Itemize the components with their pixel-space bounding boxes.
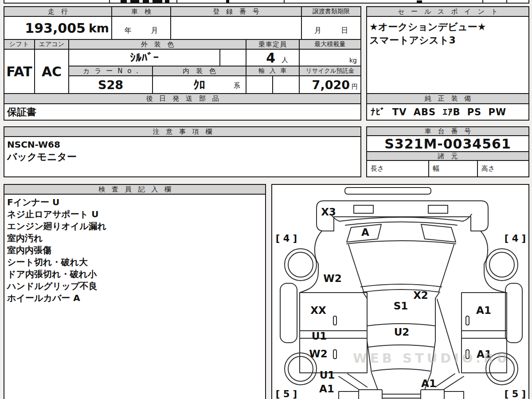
rear-taper-right2 bbox=[435, 374, 455, 387]
body-edge-left bbox=[300, 231, 322, 293]
color-no-text: S28 bbox=[98, 78, 123, 92]
import-header: 輸 入 車 bbox=[246, 66, 300, 76]
inspector-notes-header: 検 査 員 記 入 欄 bbox=[4, 185, 265, 195]
quarter-window-right-shape bbox=[421, 224, 456, 242]
cab-side-right bbox=[439, 245, 454, 291]
later-parts-header: 後 日 発 送 部 品 bbox=[4, 94, 360, 104]
spec-width-label: 幅 bbox=[433, 164, 439, 173]
rear-taper-left2 bbox=[348, 374, 367, 387]
door-handle-left-lower bbox=[333, 350, 336, 359]
capacity-unit: 人 bbox=[282, 56, 288, 64]
damage-label-x2: X2 bbox=[413, 289, 428, 301]
damage-label-a1-rear-left: A1 bbox=[319, 383, 334, 395]
damage-label-a1-rear-center: A1 bbox=[421, 378, 436, 389]
genuine-equipment-text: ﾅﾋﾞ TV ABS ｴｱB PS PW bbox=[371, 107, 506, 117]
wheel-front-left-inner bbox=[288, 252, 313, 277]
tire-grade-rear-right: [ 5 ] bbox=[505, 389, 526, 399]
genuine-equipment-value: ﾅﾋﾞ TV ABS ｴｱB PS PW bbox=[367, 104, 528, 120]
capacity-value-cell: 4 人 bbox=[246, 50, 300, 66]
wheel-front-right bbox=[486, 249, 518, 281]
rear-bumper-corner-right bbox=[444, 391, 464, 399]
damage-label-s1: S1 bbox=[394, 300, 408, 312]
spec-length-cell: 長さ bbox=[367, 161, 429, 176]
chassis-specs-table: 車 台 番 号 S321M-0034561 諸 元 長さ 幅 高さ bbox=[366, 126, 529, 177]
running-board-right bbox=[505, 283, 522, 343]
damage-diagram-panel: X3 A [ 4 ] [ 4 ] W2 X2 XX S1 A1 U1 U2 W2… bbox=[271, 184, 529, 399]
tire-grade-rear-left: [ 5 ] bbox=[276, 389, 297, 399]
rear-taper-right1 bbox=[443, 376, 464, 390]
clipped-text-remnant bbox=[417, 0, 422, 3]
chassis-number-value: S321M-0034561 bbox=[367, 136, 528, 152]
clipped-text-remnant bbox=[226, 0, 229, 3]
transfer-docs-header: 譲渡書類期限 bbox=[302, 7, 360, 17]
windshield-bottom-arc bbox=[347, 241, 456, 244]
door-panel-left-upper bbox=[300, 293, 367, 331]
color-no-header: カ ラ ー N o . bbox=[69, 66, 153, 76]
body-edge-right bbox=[481, 231, 507, 293]
inspector-note: エンジン廻りオイル漏れ bbox=[7, 220, 106, 232]
capacity-number: 4 bbox=[266, 50, 275, 66]
damage-label-x3: X3 bbox=[321, 206, 336, 218]
damage-label-u2: U2 bbox=[394, 326, 410, 338]
inspector-note: 室内汚れ bbox=[7, 232, 106, 244]
car-top-view-diagram: X3 A [ 4 ] [ 4 ] W2 X2 XX S1 A1 U1 U2 W2… bbox=[272, 185, 528, 399]
sales-point-table: セ ー ル ス ポ イ ン ト ★オークションデビュー★ スマートアシスト3 純… bbox=[366, 6, 529, 121]
cautions-line2: バックモニター bbox=[7, 150, 77, 164]
specs-header: 諸 元 bbox=[367, 152, 528, 161]
genuine-equipment-header: 純 正 装 備 bbox=[367, 94, 528, 104]
wheel-front-right-inner bbox=[489, 252, 514, 277]
spec-width-cell: 幅 bbox=[429, 161, 478, 176]
cautions-table: 注 意 事 項 欄 NSCN-W68 バックモニター bbox=[4, 126, 361, 177]
inspector-note: ハンドルグリップ不良 bbox=[7, 280, 106, 292]
headlight-left-shape bbox=[354, 205, 373, 213]
inspector-note: シート切れ・破れ大 bbox=[7, 256, 106, 268]
rear-bumper-notch-right bbox=[421, 390, 444, 399]
transfer-docs-value-cell: 月 日 bbox=[302, 17, 360, 40]
interior-color-text: ｸﾛ bbox=[193, 78, 205, 92]
import-empty-cell bbox=[246, 76, 273, 94]
spec-height-label: 高さ bbox=[481, 164, 495, 173]
seat-band-arc2 bbox=[363, 289, 440, 292]
exterior-color-value: ｼﾙﾊﾞｰ bbox=[69, 50, 220, 66]
aircon-header: エアコン bbox=[35, 40, 69, 50]
chassis-number-text: S321M-0034561 bbox=[384, 136, 511, 152]
inspector-note: ホイールカバー A bbox=[7, 292, 106, 304]
capacity-header: 乗車定員 bbox=[246, 40, 300, 50]
sales-point-line2: スマートアシスト3 bbox=[369, 34, 456, 47]
wheel-rear-left-inner bbox=[288, 356, 313, 381]
sales-point-header: セ ー ル ス ポ イ ン ト bbox=[367, 7, 528, 17]
sales-point-body: ★オークションデビュー★ スマートアシスト3 bbox=[367, 17, 528, 94]
shift-value: FAT bbox=[4, 50, 35, 94]
inspection-value-cell: 年 月 bbox=[112, 17, 171, 40]
rear-bumper-corner-left bbox=[339, 391, 359, 399]
front-bumper-shape bbox=[345, 188, 431, 194]
day-label: 日 bbox=[341, 26, 348, 35]
clipped-text-remnant bbox=[143, 0, 149, 3]
inspector-note: ネジ止ロアサポート U bbox=[7, 208, 106, 220]
sales-point-line1: ★オークションデビュー★ bbox=[369, 20, 486, 34]
windshield-inner-arc bbox=[345, 222, 457, 226]
clipped-text-remnant bbox=[153, 0, 162, 3]
inspector-notes-list: Fインナー U ネジ止ロアサポート U エンジン廻りオイル漏れ 室内汚れ 室内内… bbox=[7, 196, 106, 304]
front-fascia-shape bbox=[317, 201, 488, 231]
cautions-header: 注 意 事 項 欄 bbox=[4, 127, 360, 137]
spec-height-cell: 高さ bbox=[478, 161, 528, 176]
divider bbox=[482, 0, 483, 3]
mileage-number: 193,005 bbox=[25, 20, 86, 36]
inspector-note: Fインナー U bbox=[7, 196, 106, 208]
registration-value-cell bbox=[171, 17, 302, 40]
clipped-text-remnant bbox=[130, 0, 139, 3]
windshield-top-arc bbox=[340, 217, 463, 221]
rear-window-arc bbox=[372, 369, 430, 371]
month-label: 月 bbox=[314, 26, 321, 35]
clipped-top-row bbox=[4, 0, 529, 4]
inspector-notes-table: 検 査 員 記 入 欄 Fインナー U ネジ止ロアサポート U エンジン廻りオイ… bbox=[4, 184, 266, 399]
roof-divider-arc2 bbox=[368, 345, 434, 347]
clipped-text-remnant bbox=[165, 0, 169, 3]
chassis-number-header: 車 台 番 号 bbox=[367, 127, 528, 136]
recycle-deposit-value-cell: 7,020 円 bbox=[300, 76, 360, 94]
later-parts-value: 保証書 bbox=[4, 104, 360, 120]
rear-taper-left1 bbox=[339, 376, 359, 390]
registration-header: 登 録 番 号 bbox=[171, 7, 302, 17]
inspector-note: 室内内張傷 bbox=[7, 244, 106, 256]
